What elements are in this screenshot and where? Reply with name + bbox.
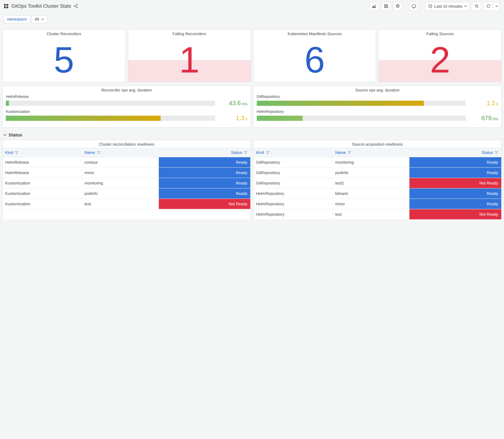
gauge-track (6, 116, 215, 121)
namespace-select[interactable]: All (31, 15, 47, 23)
add-panel-button[interactable] (370, 2, 379, 11)
stats-row: Cluster Reconcilers 5 Failing Reconciler… (2, 29, 502, 82)
filter-icon[interactable] (15, 151, 18, 154)
stat-value: 2 (379, 37, 501, 82)
gear-icon: ⚙ (395, 4, 400, 9)
refresh-interval-dropdown[interactable] (493, 2, 500, 11)
gauge-row-gitrepository: GitRepository 1.2s (257, 95, 498, 107)
gauge-label: HelmRelease (6, 95, 247, 99)
panel-reconciler-ops-duration: Reconciler ops avg. duration HelmRelease… (2, 86, 251, 128)
dashboard-header: GitOps Toolkit Cluster Stats ⚙ (0, 0, 504, 12)
table-row: GitRepositorytest2Not Ready (254, 178, 501, 188)
filter-icon[interactable] (97, 151, 100, 154)
gauges-row: Reconciler ops avg. duration HelmRelease… (2, 86, 502, 128)
gauge-value: 879ms (470, 115, 498, 122)
cell-kind: HelmRelease (3, 157, 82, 167)
refresh-icon (486, 4, 490, 8)
cell-name: test (333, 209, 410, 219)
zoom-out-icon (474, 4, 479, 8)
section-title: Status (9, 133, 22, 137)
stat-value: 6 (254, 37, 376, 82)
column-header-status[interactable]: Status (410, 148, 501, 157)
stat-panel-failing-sources: Failing Sources 2 (379, 29, 502, 82)
status-badge: Ready (410, 188, 501, 198)
table-row: GitRepositorymonitoringReady (254, 157, 501, 168)
panel-title: Source ops avg. duration (257, 86, 498, 94)
column-header-name[interactable]: Name (333, 148, 410, 157)
gauge-track (6, 101, 215, 106)
panel-title: Cluster reconciliation readiness (3, 140, 250, 148)
filter-icon[interactable] (348, 151, 351, 154)
chevron-down-icon (41, 18, 44, 20)
filter-icon[interactable] (495, 151, 498, 154)
cell-kind: HelmRelease (3, 168, 82, 178)
cell-name: podinfo (82, 188, 159, 198)
dashboards-grid-icon[interactable] (4, 4, 9, 9)
status-badge: Ready (159, 178, 250, 188)
status-badge: Ready (159, 188, 250, 198)
share-icon[interactable] (74, 4, 78, 8)
filter-icon[interactable] (266, 151, 269, 154)
column-header-kind[interactable]: Kind (254, 148, 333, 157)
variable-label-namespace: namespace (4, 15, 30, 23)
cell-name: podinfo (333, 168, 410, 178)
cell-name: monitoring (82, 178, 159, 188)
section-header-status[interactable]: Status (3, 132, 501, 138)
table-row: HelmReleaseminioReady (3, 168, 250, 178)
status-badge: Not Ready (159, 199, 250, 209)
filter-icon[interactable] (244, 151, 247, 154)
status-badge: Not Ready (410, 178, 501, 188)
panel-source-acquisition-readiness: Source acquisition readiness Kind Name S… (253, 140, 502, 220)
status-badge: Ready (410, 199, 501, 209)
cell-kind: HelmRepository (254, 188, 333, 198)
gauge-track (257, 101, 466, 106)
panel-cluster-reconciliation-readiness: Cluster reconciliation readiness Kind Na… (2, 140, 251, 220)
tv-icon (412, 4, 416, 8)
table-row: HelmRepositoryminioReady (254, 199, 501, 209)
cell-kind: Kustomization (3, 178, 82, 188)
table-header: Kind Name Status (254, 148, 501, 157)
chevron-down-icon (3, 134, 6, 136)
gauge-label: GitRepository (257, 95, 498, 99)
column-header-kind[interactable]: Kind (3, 148, 82, 157)
chevron-down-icon (464, 5, 467, 7)
cell-name: monitoring (333, 157, 410, 167)
status-badge: Ready (159, 168, 250, 178)
cell-kind: Kustomization (3, 188, 82, 198)
panel-title: Failing Reconcilers (128, 30, 251, 37)
table-body: GitRepositorymonitoringReadyGitRepositor… (254, 157, 501, 220)
cycle-view-mode-button[interactable] (409, 2, 419, 11)
status-badge: Ready (410, 168, 501, 178)
status-badge: Ready (159, 157, 250, 167)
panel-title: Source acquisition readiness (254, 140, 501, 148)
chevron-down-icon (495, 5, 498, 7)
gauge-fill (257, 116, 303, 121)
page-title: GitOps Toolkit Cluster Stats (11, 3, 71, 9)
refresh-button[interactable] (483, 2, 493, 11)
save-icon (384, 4, 388, 8)
stat-panel-manifests-sources: Kubernetes Manifests Sources 6 (253, 29, 376, 82)
column-header-name[interactable]: Name (82, 148, 159, 157)
column-header-status[interactable]: Status (159, 148, 250, 157)
table-row: HelmRepositorybitnamiReady (254, 188, 501, 199)
table-row: KustomizationmonitoringReady (3, 178, 250, 188)
gauge-label: Kustomization (6, 110, 247, 114)
tables-row: Cluster reconciliation readiness Kind Na… (2, 140, 502, 220)
status-badge: Not Ready (410, 209, 501, 219)
dashboard-settings-button[interactable]: ⚙ (393, 2, 402, 11)
cell-kind: GitRepository (254, 157, 333, 167)
stat-value: 1 (128, 37, 251, 82)
table-row: HelmReleasecontourReady (3, 157, 250, 168)
gauge-fill (6, 116, 161, 121)
table-header: Kind Name Status (3, 148, 250, 157)
time-range-label: Last 15 minutes (434, 4, 462, 8)
gauge-fill (6, 101, 9, 106)
add-panel-icon (372, 4, 377, 8)
gauge-fill (257, 101, 424, 106)
variable-label-text: namespace (7, 17, 27, 21)
time-range-picker[interactable]: Last 15 minutes (425, 2, 470, 11)
zoom-out-time-button[interactable] (472, 2, 481, 11)
save-dashboard-button[interactable] (381, 2, 391, 11)
gauge-track (257, 116, 466, 121)
gauge-label: HelmRepository (257, 110, 498, 114)
